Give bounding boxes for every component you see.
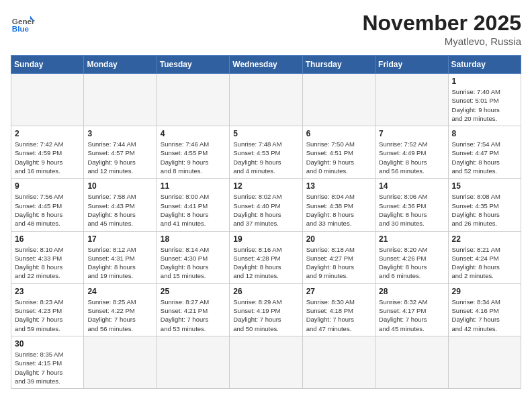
calendar-day-cell: 18Sunrise: 8:14 AM Sunset: 4:30 PM Dayli… [157, 231, 229, 283]
day-number: 25 [161, 287, 226, 296]
weekday-header-thursday: Thursday [302, 56, 375, 74]
calendar-day-cell [302, 336, 375, 388]
day-info: Sunrise: 8:08 AM Sunset: 4:35 PM Dayligh… [452, 192, 517, 228]
calendar-day-cell: 14Sunrise: 8:06 AM Sunset: 4:36 PM Dayli… [375, 179, 448, 231]
calendar-day-cell: 19Sunrise: 8:16 AM Sunset: 4:28 PM Dayli… [230, 231, 302, 283]
day-info: Sunrise: 8:35 AM Sunset: 4:15 PM Dayligh… [15, 350, 80, 385]
day-info: Sunrise: 7:58 AM Sunset: 4:43 PM Dayligh… [87, 192, 152, 228]
day-info: Sunrise: 8:20 AM Sunset: 4:26 PM Dayligh… [379, 245, 444, 281]
calendar-day-cell: 3Sunrise: 7:44 AM Sunset: 4:57 PM Daylig… [84, 126, 157, 179]
day-number: 5 [233, 129, 298, 138]
calendar-day-cell: 22Sunrise: 8:21 AM Sunset: 4:24 PM Dayli… [448, 231, 521, 283]
weekday-header-monday: Monday [84, 56, 157, 74]
day-number: 21 [379, 234, 444, 244]
calendar-table: SundayMondayTuesdayWednesdayThursdayFrid… [11, 55, 521, 389]
calendar-day-cell [375, 336, 448, 388]
calendar-day-cell: 20Sunrise: 8:18 AM Sunset: 4:27 PM Dayli… [302, 231, 375, 283]
day-info: Sunrise: 8:34 AM Sunset: 4:16 PM Dayligh… [452, 298, 517, 333]
calendar-week-row: 9Sunrise: 7:56 AM Sunset: 4:45 PM Daylig… [11, 179, 521, 231]
day-info: Sunrise: 7:40 AM Sunset: 5:01 PM Dayligh… [452, 87, 517, 123]
day-info: Sunrise: 7:44 AM Sunset: 4:57 PM Dayligh… [87, 140, 152, 175]
day-info: Sunrise: 8:00 AM Sunset: 4:41 PM Dayligh… [161, 192, 226, 228]
day-info: Sunrise: 8:32 AM Sunset: 4:17 PM Dayligh… [379, 298, 444, 333]
day-number: 1 [452, 77, 517, 86]
day-number: 2 [15, 129, 80, 138]
day-number: 22 [452, 234, 517, 244]
day-info: Sunrise: 8:02 AM Sunset: 4:40 PM Dayligh… [233, 192, 298, 228]
day-number: 7 [379, 129, 444, 138]
day-info: Sunrise: 8:14 AM Sunset: 4:30 PM Dayligh… [161, 245, 226, 281]
calendar-day-cell [302, 74, 375, 126]
day-info: Sunrise: 8:12 AM Sunset: 4:31 PM Dayligh… [87, 245, 152, 281]
day-number: 13 [306, 181, 371, 191]
weekday-header-row: SundayMondayTuesdayWednesdayThursdayFrid… [11, 56, 521, 74]
day-info: Sunrise: 8:27 AM Sunset: 4:21 PM Dayligh… [161, 298, 226, 333]
day-info: Sunrise: 8:23 AM Sunset: 4:23 PM Dayligh… [15, 298, 80, 333]
day-info: Sunrise: 7:50 AM Sunset: 4:51 PM Dayligh… [306, 140, 371, 175]
calendar-week-row: 2Sunrise: 7:42 AM Sunset: 4:59 PM Daylig… [11, 126, 521, 179]
day-number: 26 [233, 287, 298, 296]
calendar-day-cell: 23Sunrise: 8:23 AM Sunset: 4:23 PM Dayli… [11, 283, 84, 336]
calendar-day-cell [230, 336, 302, 388]
calendar-day-cell: 26Sunrise: 8:29 AM Sunset: 4:19 PM Dayli… [230, 283, 302, 336]
calendar-week-row: 23Sunrise: 8:23 AM Sunset: 4:23 PM Dayli… [11, 283, 521, 336]
day-number: 11 [161, 181, 226, 191]
calendar-day-cell: 6Sunrise: 7:50 AM Sunset: 4:51 PM Daylig… [302, 126, 375, 179]
svg-text:Blue: Blue [12, 24, 30, 33]
day-number: 16 [15, 234, 80, 244]
day-number: 23 [15, 287, 80, 296]
page-header: General Blue November 2025 Myatlevo, Rus… [11, 11, 521, 47]
weekday-header-friday: Friday [375, 56, 448, 74]
calendar-week-row: 1Sunrise: 7:40 AM Sunset: 5:01 PM Daylig… [11, 74, 521, 126]
calendar-day-cell: 21Sunrise: 8:20 AM Sunset: 4:26 PM Dayli… [375, 231, 448, 283]
calendar-day-cell: 28Sunrise: 8:32 AM Sunset: 4:17 PM Dayli… [375, 283, 448, 336]
weekday-header-sunday: Sunday [11, 56, 84, 74]
day-info: Sunrise: 8:18 AM Sunset: 4:27 PM Dayligh… [306, 245, 371, 281]
day-info: Sunrise: 7:46 AM Sunset: 4:55 PM Dayligh… [161, 140, 226, 175]
calendar-day-cell: 5Sunrise: 7:48 AM Sunset: 4:53 PM Daylig… [230, 126, 302, 179]
day-number: 10 [87, 181, 152, 191]
calendar-day-cell: 15Sunrise: 8:08 AM Sunset: 4:35 PM Dayli… [448, 179, 521, 231]
location-subtitle: Myatlevo, Russia [362, 36, 521, 47]
day-number: 3 [87, 129, 152, 138]
day-number: 8 [452, 129, 517, 138]
day-number: 28 [379, 287, 444, 296]
calendar-day-cell: 13Sunrise: 8:04 AM Sunset: 4:38 PM Dayli… [302, 179, 375, 231]
logo: General Blue [11, 11, 35, 35]
calendar-day-cell: 16Sunrise: 8:10 AM Sunset: 4:33 PM Dayli… [11, 231, 84, 283]
day-number: 12 [233, 181, 298, 191]
day-info: Sunrise: 8:30 AM Sunset: 4:18 PM Dayligh… [306, 298, 371, 333]
calendar-day-cell: 11Sunrise: 8:00 AM Sunset: 4:41 PM Dayli… [157, 179, 229, 231]
day-number: 29 [452, 287, 517, 296]
calendar-day-cell: 7Sunrise: 7:52 AM Sunset: 4:49 PM Daylig… [375, 126, 448, 179]
day-number: 14 [379, 181, 444, 191]
calendar-week-row: 16Sunrise: 8:10 AM Sunset: 4:33 PM Dayli… [11, 231, 521, 283]
calendar-day-cell [375, 74, 448, 126]
calendar-day-cell: 1Sunrise: 7:40 AM Sunset: 5:01 PM Daylig… [448, 74, 521, 126]
calendar-day-cell: 30Sunrise: 8:35 AM Sunset: 4:15 PM Dayli… [11, 336, 84, 388]
calendar-day-cell [157, 336, 229, 388]
day-number: 18 [161, 234, 226, 244]
day-info: Sunrise: 8:04 AM Sunset: 4:38 PM Dayligh… [306, 192, 371, 228]
calendar-week-row: 30Sunrise: 8:35 AM Sunset: 4:15 PM Dayli… [11, 336, 521, 388]
day-info: Sunrise: 8:21 AM Sunset: 4:24 PM Dayligh… [452, 245, 517, 281]
calendar-day-cell [157, 74, 229, 126]
day-number: 15 [452, 181, 517, 191]
day-info: Sunrise: 7:54 AM Sunset: 4:47 PM Dayligh… [452, 140, 517, 175]
day-number: 4 [161, 129, 226, 138]
day-number: 30 [15, 339, 80, 349]
calendar-day-cell [84, 74, 157, 126]
calendar-day-cell [84, 336, 157, 388]
day-number: 17 [87, 234, 152, 244]
calendar-day-cell: 8Sunrise: 7:54 AM Sunset: 4:47 PM Daylig… [448, 126, 521, 179]
logo-icon: General Blue [11, 11, 35, 35]
calendar-day-cell: 29Sunrise: 8:34 AM Sunset: 4:16 PM Dayli… [448, 283, 521, 336]
calendar-day-cell: 24Sunrise: 8:25 AM Sunset: 4:22 PM Dayli… [84, 283, 157, 336]
day-info: Sunrise: 7:48 AM Sunset: 4:53 PM Dayligh… [233, 140, 298, 175]
calendar-day-cell: 17Sunrise: 8:12 AM Sunset: 4:31 PM Dayli… [84, 231, 157, 283]
month-year-title: November 2025 [362, 11, 521, 36]
day-info: Sunrise: 8:29 AM Sunset: 4:19 PM Dayligh… [233, 298, 298, 333]
day-info: Sunrise: 8:10 AM Sunset: 4:33 PM Dayligh… [15, 245, 80, 281]
calendar-day-cell: 12Sunrise: 8:02 AM Sunset: 4:40 PM Dayli… [230, 179, 302, 231]
day-info: Sunrise: 7:52 AM Sunset: 4:49 PM Dayligh… [379, 140, 444, 175]
